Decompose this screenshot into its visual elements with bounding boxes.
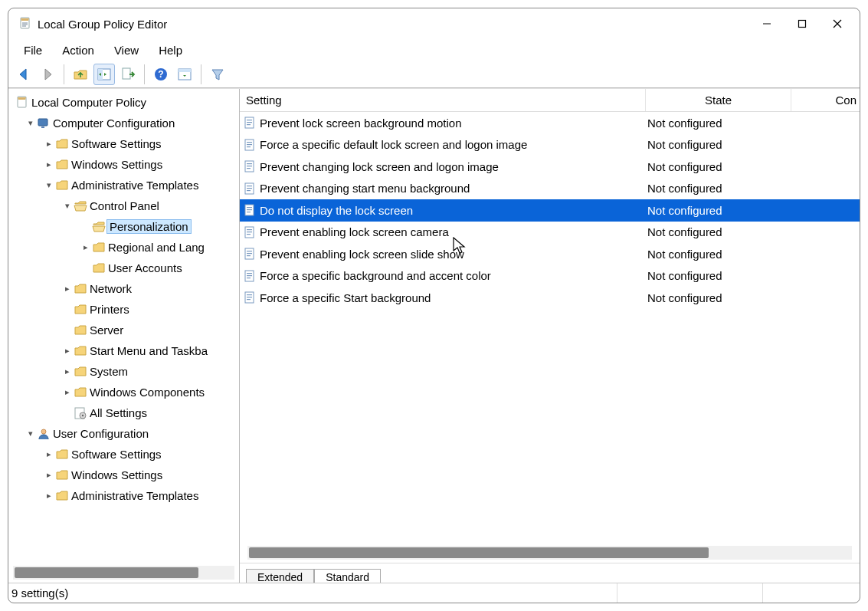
column-setting[interactable]: Setting	[240, 89, 646, 111]
setting-name: Prevent enabling lock screen slide show	[260, 248, 464, 261]
list-row[interactable]: Force a specific background and accent c…	[240, 265, 860, 287]
list-row[interactable]: Force a specific Start backgroundNot con…	[240, 287, 860, 309]
menu-view[interactable]: View	[105, 42, 148, 58]
list-row[interactable]: Force a specific default lock screen and…	[240, 134, 860, 156]
tree[interactable]: Local Computer Policy ▾ Computer Configu…	[8, 89, 239, 564]
collapse-icon[interactable]: ▾	[25, 429, 36, 439]
policy-item-icon	[243, 247, 257, 261]
tree-software-settings[interactable]: ▸ Software Settings	[15, 133, 239, 154]
folder-icon	[54, 468, 70, 482]
show-hide-tree-button[interactable]	[93, 64, 115, 85]
setting-name: Prevent lock screen background motion	[260, 117, 461, 130]
expand-icon[interactable]: ▸	[80, 242, 91, 252]
titlebar: Local Group Policy Editor	[8, 8, 860, 39]
list-row[interactable]: Prevent changing start menu backgroundNo…	[240, 178, 860, 200]
export-list-button[interactable]	[117, 64, 139, 85]
tree-computer-configuration[interactable]: ▾ Computer Configuration	[15, 113, 239, 133]
svg-text:?: ?	[158, 69, 163, 80]
tree-scrollbar[interactable]	[13, 566, 234, 580]
tree-administrative-templates[interactable]: ▾ Administrative Templates	[15, 175, 239, 195]
tree-uc-windows-settings[interactable]: ▸ Windows Settings	[15, 465, 239, 485]
tree-windows-components[interactable]: ▸ Windows Components	[15, 382, 239, 402]
list-row[interactable]: Do not display the lock screenNot config…	[240, 199, 860, 222]
svg-rect-47	[247, 251, 252, 251]
user-icon	[36, 427, 51, 441]
folder-icon	[91, 261, 106, 275]
tree-server[interactable]: Server	[15, 320, 239, 340]
policy-item-icon	[243, 269, 257, 283]
column-comment[interactable]: Con	[791, 89, 860, 111]
svg-rect-32	[247, 166, 252, 166]
back-button[interactable]	[13, 64, 34, 85]
tree-personalization[interactable]: Personalization	[15, 216, 239, 237]
tree-panel: Local Computer Policy ▾ Computer Configu…	[8, 89, 240, 583]
collapse-icon[interactable]: ▾	[25, 118, 36, 128]
svg-rect-49	[247, 255, 251, 256]
expand-icon[interactable]: ▸	[62, 284, 73, 294]
svg-rect-33	[247, 168, 251, 169]
svg-rect-48	[247, 253, 252, 254]
tree-user-configuration[interactable]: ▾ User Configuration	[15, 423, 239, 444]
folder-open-icon	[73, 199, 88, 213]
svg-rect-37	[247, 190, 251, 191]
tab-extended[interactable]: Extended	[246, 569, 314, 583]
policy-item-icon	[243, 203, 257, 217]
tree-system[interactable]: ▸ System	[15, 361, 239, 382]
tree-root[interactable]: Local Computer Policy	[15, 92, 239, 113]
folder-open-icon	[91, 220, 106, 234]
expand-icon[interactable]: ▸	[44, 139, 54, 149]
tree-control-panel[interactable]: ▾ Control Panel	[15, 195, 239, 216]
svg-rect-55	[247, 294, 252, 295]
svg-rect-29	[247, 146, 251, 147]
expand-icon[interactable]: ▸	[44, 470, 54, 480]
menu-file[interactable]: File	[15, 42, 51, 58]
tree-network[interactable]: ▸ Network	[15, 278, 239, 299]
expand-icon[interactable]: ▸	[44, 449, 54, 459]
up-folder-button[interactable]	[70, 64, 91, 85]
tab-standard[interactable]: Standard	[314, 569, 381, 583]
expand-icon[interactable]: ▸	[62, 346, 73, 356]
list-row[interactable]: Prevent changing lock screen and logon i…	[240, 156, 860, 178]
setting-state: Not configured	[646, 225, 791, 238]
folder-icon	[73, 303, 88, 317]
menu-help[interactable]: Help	[149, 42, 192, 58]
tree-regional-lang[interactable]: ▸ Regional and Lang	[15, 237, 239, 258]
list-body[interactable]: Prevent lock screen background motionNot…	[240, 112, 860, 544]
list-scrollbar[interactable]	[247, 546, 852, 560]
collapse-icon[interactable]: ▾	[62, 201, 73, 211]
collapse-icon[interactable]: ▾	[44, 180, 54, 190]
tree-printers[interactable]: Printers	[15, 299, 239, 320]
list-row[interactable]: Prevent enabling lock screen slide showN…	[240, 243, 860, 265]
setting-name: Do not display the lock screen	[260, 204, 413, 217]
tree-user-accounts[interactable]: User Accounts	[15, 258, 239, 278]
expand-icon[interactable]: ▸	[44, 491, 54, 501]
column-state[interactable]: State	[646, 89, 791, 111]
menu-action[interactable]: Action	[53, 42, 103, 58]
tree-start-menu[interactable]: ▸ Start Menu and Taskba	[15, 340, 239, 361]
tree-all-settings[interactable]: All Settings	[15, 402, 239, 423]
window-title: Local Group Policy Editor	[38, 18, 167, 31]
expand-icon[interactable]: ▸	[44, 159, 54, 169]
svg-rect-52	[247, 275, 252, 276]
maximize-button[interactable]	[784, 11, 820, 36]
policy-item-icon	[243, 159, 257, 173]
help-button[interactable]: ?	[150, 64, 172, 85]
close-button[interactable]	[820, 11, 855, 36]
folder-icon	[73, 344, 88, 358]
list-row[interactable]: Prevent lock screen background motionNot…	[240, 112, 860, 134]
list-header[interactable]: Setting State Con	[240, 89, 860, 112]
expand-icon[interactable]: ▸	[62, 366, 73, 376]
svg-rect-5	[799, 21, 806, 28]
expand-icon[interactable]: ▸	[62, 387, 73, 397]
filter-button[interactable]	[207, 64, 228, 85]
svg-rect-16	[38, 119, 47, 126]
forward-button[interactable]	[37, 64, 58, 85]
tree-uc-software-settings[interactable]: ▸ Software Settings	[15, 444, 239, 465]
show-hide-action-button[interactable]	[174, 64, 195, 85]
list-row[interactable]: Prevent enabling lock screen cameraNot c…	[240, 222, 860, 244]
svg-rect-41	[247, 212, 251, 212]
tree-uc-admin-templates[interactable]: ▸ Administrative Templates	[15, 485, 239, 506]
folder-icon	[73, 386, 88, 399]
minimize-button[interactable]	[749, 11, 784, 36]
tree-windows-settings[interactable]: ▸ Windows Settings	[15, 154, 239, 175]
